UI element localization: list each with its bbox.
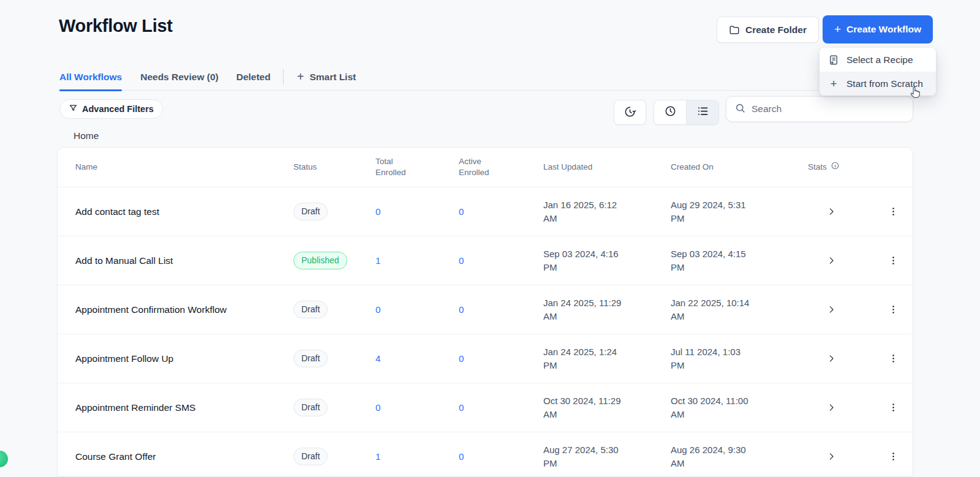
- row-menu-kebab-icon[interactable]: [888, 451, 899, 462]
- created-on-value: Jul 11 2024, 1:03 PM: [671, 345, 763, 372]
- history-button[interactable]: [614, 100, 646, 125]
- stats-cell: [808, 383, 913, 432]
- search-box: [726, 96, 913, 122]
- status-badge: Draft: [293, 203, 328, 220]
- status-cell: Draft: [293, 203, 375, 220]
- search-input[interactable]: [752, 103, 905, 115]
- tab-all-workflows[interactable]: All Workflows: [59, 64, 122, 91]
- clock-icon: [664, 105, 677, 120]
- row-menu-kebab-icon[interactable]: [888, 402, 899, 413]
- list-view-button[interactable]: [686, 100, 718, 124]
- total-enrolled-link[interactable]: 0: [375, 206, 459, 217]
- floating-green-badge[interactable]: [0, 451, 8, 467]
- column-header-total-enrolled: Total Enrolled: [375, 156, 459, 178]
- recipe-icon: [828, 54, 839, 66]
- active-enrolled-link[interactable]: 0: [459, 255, 543, 266]
- funnel-icon: [69, 103, 78, 115]
- stats-chevron-icon[interactable]: [826, 402, 837, 413]
- table-row[interactable]: Appointment Confirmation Workflow Draft …: [58, 285, 913, 334]
- active-enrolled-link[interactable]: 0: [459, 451, 543, 462]
- status-cell: Draft: [293, 350, 375, 367]
- create-workflow-button[interactable]: + Create Workflow: [823, 15, 933, 43]
- history-icon: [624, 105, 636, 120]
- stats-chevron-icon[interactable]: [826, 353, 837, 364]
- created-on-value: Sep 03 2024, 4:15 PM: [671, 247, 763, 274]
- breadcrumb[interactable]: Home: [74, 130, 99, 141]
- stats-cell: [808, 285, 913, 334]
- table-body: Add contact tag test Draft 0 0 Jan 16 20…: [58, 187, 913, 477]
- plus-icon: +: [834, 23, 841, 35]
- table-row[interactable]: Add to Manual Call List Published 1 0 Se…: [58, 236, 913, 285]
- plus-icon: +: [828, 78, 839, 89]
- stats-chevron-icon[interactable]: [826, 304, 837, 315]
- create-workflow-dropdown: Select a Recipe + Start from Scratch: [820, 48, 936, 96]
- total-enrolled-link[interactable]: 4: [375, 353, 459, 364]
- smart-list-label: Smart List: [309, 72, 356, 83]
- tab-divider: [283, 69, 284, 85]
- row-menu-kebab-icon[interactable]: [888, 353, 899, 364]
- table-header: Name Status Total Enrolled Active Enroll…: [58, 148, 913, 187]
- workflow-name-link[interactable]: Add to Manual Call List: [75, 255, 293, 266]
- column-header-active-enrolled: Active Enrolled: [459, 156, 543, 178]
- stats-chevron-icon[interactable]: [826, 255, 837, 266]
- active-enrolled-link[interactable]: 0: [459, 402, 543, 413]
- status-badge: Draft: [293, 350, 328, 367]
- created-on-value: Aug 29 2024, 5:31 PM: [671, 198, 763, 225]
- last-updated-value: Oct 30 2024, 11:29 AM: [543, 394, 635, 421]
- view-toggle: [654, 100, 719, 125]
- last-updated-value: Aug 27 2024, 5:30 PM: [543, 443, 635, 470]
- column-header-created-on: Created On: [671, 162, 808, 173]
- create-folder-button[interactable]: Create Folder: [717, 17, 819, 43]
- column-header-stats: Stats: [808, 161, 913, 173]
- folder-icon: [729, 24, 740, 36]
- active-enrolled-link[interactable]: 0: [459, 353, 543, 364]
- table-row[interactable]: Add contact tag test Draft 0 0 Jan 16 20…: [58, 187, 913, 236]
- tabs-bar: All Workflows Needs Review (0) Deleted +…: [57, 64, 913, 91]
- workflow-name-link[interactable]: Course Grant Offer: [75, 451, 293, 462]
- row-menu-kebab-icon[interactable]: [888, 255, 899, 266]
- row-menu-kebab-icon[interactable]: [888, 206, 899, 217]
- total-enrolled-link[interactable]: 1: [375, 255, 459, 266]
- active-enrolled-link[interactable]: 0: [459, 206, 543, 217]
- timeline-view-button[interactable]: [654, 100, 686, 124]
- smart-list-button[interactable]: + Smart List: [297, 64, 356, 91]
- menu-item-select-recipe[interactable]: Select a Recipe: [820, 48, 936, 72]
- status-badge: Draft: [293, 399, 328, 416]
- advanced-filters-button[interactable]: Advanced Filters: [59, 99, 163, 119]
- menu-item-label: Start from Scratch: [846, 78, 923, 89]
- menu-item-start-from-scratch[interactable]: + Start from Scratch: [820, 72, 936, 96]
- total-enrolled-link[interactable]: 0: [375, 402, 459, 413]
- status-badge: Published: [293, 252, 347, 269]
- stats-chevron-icon[interactable]: [826, 206, 837, 217]
- created-on-value: Jan 22 2025, 10:14 AM: [671, 296, 763, 323]
- workflow-table: Name Status Total Enrolled Active Enroll…: [57, 147, 913, 477]
- workflow-name-link[interactable]: Appointment Follow Up: [75, 353, 293, 364]
- page-title: Workflow List: [59, 16, 173, 36]
- stats-chevron-icon[interactable]: [826, 451, 837, 462]
- status-cell: Draft: [293, 448, 375, 465]
- status-badge: Draft: [293, 448, 328, 465]
- workflow-name-link[interactable]: Add contact tag test: [75, 206, 293, 217]
- tab-deleted[interactable]: Deleted: [236, 64, 271, 91]
- stats-cell: [808, 187, 913, 236]
- workflow-name-link[interactable]: Appointment Confirmation Workflow: [75, 304, 293, 315]
- status-cell: Draft: [293, 399, 375, 416]
- info-icon[interactable]: [831, 161, 840, 173]
- last-updated-value: Sep 03 2024, 4:16 PM: [543, 247, 635, 274]
- row-menu-kebab-icon[interactable]: [888, 304, 899, 315]
- last-updated-value: Jan 24 2025, 1:24 PM: [543, 345, 635, 372]
- last-updated-value: Jan 24 2025, 11:29 AM: [543, 296, 635, 323]
- created-on-value: Aug 26 2024, 9:30 AM: [671, 443, 763, 470]
- stats-cell: [808, 432, 913, 477]
- table-row[interactable]: Appointment Reminder SMS Draft 0 0 Oct 3…: [58, 383, 913, 432]
- total-enrolled-link[interactable]: 1: [375, 451, 459, 462]
- table-row[interactable]: Appointment Follow Up Draft 4 0 Jan 24 2…: [58, 334, 913, 383]
- active-enrolled-link[interactable]: 0: [459, 304, 543, 315]
- tab-needs-review[interactable]: Needs Review (0): [140, 64, 219, 91]
- workflow-name-link[interactable]: Appointment Reminder SMS: [75, 402, 293, 413]
- search-icon: [734, 102, 746, 116]
- table-row[interactable]: Course Grant Offer Draft 1 0 Aug 27 2024…: [58, 432, 913, 477]
- total-enrolled-link[interactable]: 0: [375, 304, 459, 315]
- created-on-value: Oct 30 2024, 11:00 AM: [671, 394, 763, 421]
- column-header-last-updated: Last Updated: [543, 162, 671, 173]
